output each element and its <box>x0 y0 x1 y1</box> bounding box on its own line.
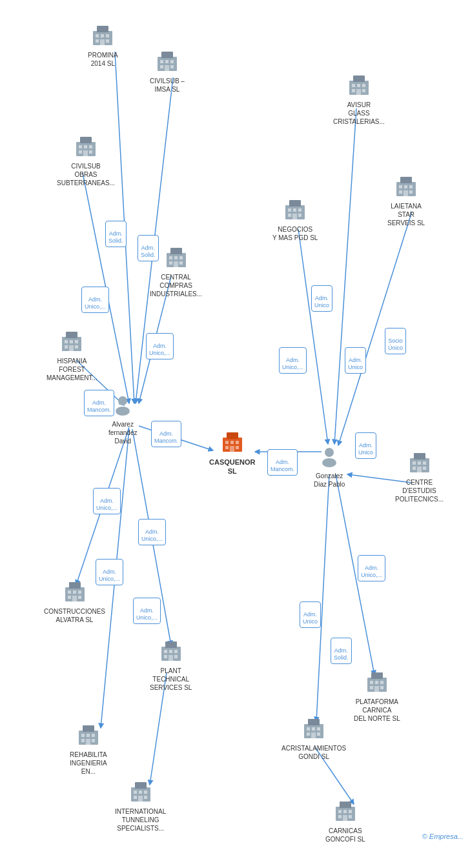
badge-adm-unico-central[interactable]: Adm. Unico,... <box>146 333 174 359</box>
svg-rect-55 <box>399 190 402 194</box>
svg-rect-72 <box>179 261 183 265</box>
svg-rect-153 <box>343 810 347 813</box>
badge-adm-solid-2[interactable]: Adm. Solid. <box>138 235 159 261</box>
badge-adm-unico-alvarez[interactable]: Adm. Unico,... <box>81 287 109 313</box>
svg-rect-60 <box>288 208 291 212</box>
badge-socio-unico[interactable]: Socio Único <box>385 328 406 354</box>
svg-rect-139 <box>307 732 310 736</box>
building-icon-avisur <box>348 74 370 99</box>
svg-rect-52 <box>399 185 402 188</box>
svg-rect-101 <box>417 467 422 472</box>
node-casquenor: CASQUENOR SL <box>209 431 256 476</box>
svg-rect-75 <box>66 332 77 338</box>
svg-rect-25 <box>100 39 105 45</box>
svg-rect-106 <box>78 590 81 594</box>
watermark: © Empresa... <box>422 833 464 840</box>
label-civilsub-obras: CIVILSUB OBRAS SUBTERRANEAS... <box>57 162 115 187</box>
badge-adm-solid-1[interactable]: Adm. Solid. <box>105 221 127 247</box>
badge-adm-unico-gonzalez-3[interactable]: Adm. Unico <box>345 347 366 374</box>
badge-adm-mancom-alvarez[interactable]: Adm. Mancom. <box>84 390 114 416</box>
svg-rect-67 <box>170 248 182 254</box>
svg-rect-19 <box>97 26 108 32</box>
svg-rect-108 <box>78 596 81 599</box>
label-construcciones: CONSTRUCCIONES ALVATRA SL <box>44 607 105 624</box>
svg-rect-121 <box>87 734 90 737</box>
badge-adm-unico-gonzalez-2[interactable]: Adm. Unico,... <box>279 347 307 374</box>
svg-rect-29 <box>165 60 169 63</box>
badge-adm-mancom-casquenor[interactable]: Adm. Mancom. <box>151 421 181 447</box>
building-icon-casquenor <box>221 431 243 456</box>
svg-rect-100 <box>423 467 426 470</box>
badge-adm-unico-plataforma[interactable]: Adm. Unico,... <box>358 555 385 581</box>
svg-rect-53 <box>404 185 407 188</box>
svg-rect-30 <box>170 60 174 63</box>
svg-rect-45 <box>84 145 87 148</box>
svg-rect-95 <box>414 453 425 459</box>
building-icon-civilsub-obras <box>75 136 97 161</box>
svg-line-7 <box>298 229 328 444</box>
building-icon-promina <box>92 25 114 50</box>
svg-rect-141 <box>311 732 316 738</box>
building-icon-laietana <box>395 176 417 201</box>
badge-adm-unico-gonzalez-1[interactable]: Adm. Unico <box>311 285 332 312</box>
label-centre-estudis: CENTRE D'ESTUDIS POLITECNICS... <box>395 478 444 503</box>
label-civilsub-imsa: CIVILSUB – IMSA SL <box>150 77 185 94</box>
label-laietana: LAIETANA STAR SERVEIS SL <box>387 202 425 227</box>
svg-rect-39 <box>352 89 355 92</box>
svg-rect-44 <box>79 145 82 148</box>
label-negocios: NEGOCIOS Y MAS PGD SL <box>272 225 318 242</box>
node-hispania: HISPANIA FOREST MANAGEMENT... <box>46 330 97 382</box>
label-plataforma: PLATAFORMA CARNICA DEL NORTE SL <box>354 698 400 723</box>
svg-point-82 <box>118 396 127 405</box>
node-centre-estudis: CENTRE D'ESTUDIS POLITECNICS... <box>395 452 444 503</box>
svg-rect-113 <box>169 650 172 653</box>
badge-adm-unico-acrist[interactable]: Adm. Unico <box>300 601 321 628</box>
svg-rect-20 <box>96 34 99 37</box>
svg-rect-85 <box>227 432 238 439</box>
svg-rect-136 <box>307 727 310 731</box>
svg-rect-90 <box>236 446 239 449</box>
node-acristalamientos: ACRISTALAMIENTOS GONDI SL <box>281 718 346 761</box>
node-plataforma: PLATAFORMA CARNICA DEL NORTE SL <box>354 671 400 723</box>
badge-adm-solid-gonzalez[interactable]: Adm. Solid. <box>331 638 352 664</box>
node-plant-technical: PLANT TECHNICAL SERVICES SL <box>150 640 192 692</box>
svg-rect-69 <box>174 256 178 259</box>
svg-rect-105 <box>73 590 76 594</box>
node-rehabilita: REHABILITA INGENIERIA EN... <box>70 724 107 776</box>
node-gonzalez: Gonzalez Diaz Pablo <box>314 445 345 489</box>
svg-rect-116 <box>174 655 178 658</box>
svg-rect-144 <box>370 681 373 684</box>
svg-rect-54 <box>409 185 413 188</box>
svg-rect-131 <box>134 796 137 799</box>
svg-rect-63 <box>288 214 291 217</box>
badge-adm-unico-plant[interactable]: Adm. Unico,... <box>138 519 166 545</box>
badge-adm-unico-construcciones[interactable]: Adm. Unico,... <box>93 488 121 514</box>
svg-rect-64 <box>298 214 301 217</box>
badge-adm-mancom-gonzalez[interactable]: Adm. Mancom. <box>267 449 298 476</box>
svg-rect-98 <box>423 461 426 465</box>
svg-rect-46 <box>89 145 92 148</box>
svg-rect-78 <box>75 340 78 343</box>
svg-rect-156 <box>349 815 352 818</box>
badge-adm-unico-intl[interactable]: Adm. Unico,... <box>133 598 161 624</box>
badge-adm-unico-centre[interactable]: Adm. Unico <box>355 432 376 459</box>
svg-rect-125 <box>86 739 90 745</box>
svg-rect-86 <box>225 441 229 444</box>
svg-rect-128 <box>134 791 137 794</box>
svg-rect-129 <box>139 791 142 794</box>
svg-line-15 <box>316 474 329 722</box>
person-icon-gonzalez <box>318 445 340 470</box>
svg-rect-88 <box>236 441 239 444</box>
svg-rect-62 <box>298 208 301 212</box>
building-icon-plant-technical <box>160 640 182 665</box>
svg-rect-56 <box>409 190 413 194</box>
label-central-compras: CENTRAL COMPRAS INDUSTRIALES... <box>150 273 202 298</box>
svg-rect-146 <box>380 681 383 684</box>
svg-rect-27 <box>161 52 173 58</box>
svg-rect-51 <box>400 177 412 183</box>
svg-rect-71 <box>169 261 172 265</box>
svg-rect-96 <box>413 461 416 465</box>
badge-adm-unico-rehabilita[interactable]: Adm. Unico,... <box>96 559 123 585</box>
svg-rect-87 <box>230 441 234 444</box>
label-avisur: AVISUR GLASS CRISTALERIAS... <box>333 101 385 126</box>
